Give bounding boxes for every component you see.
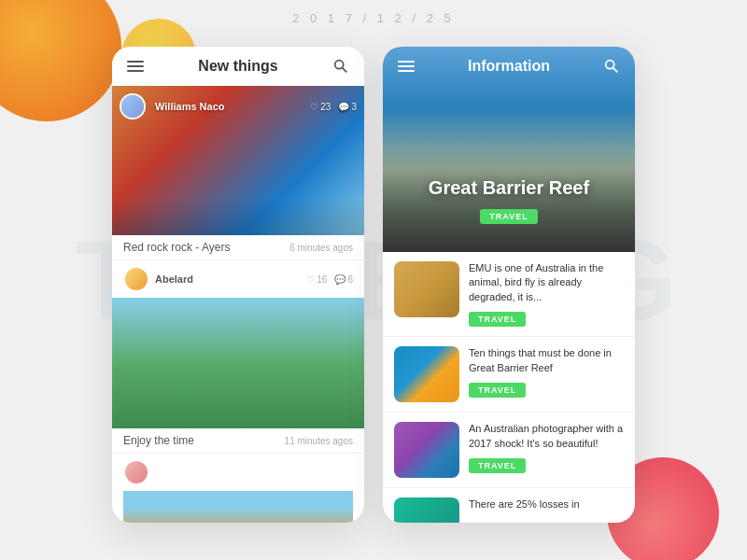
comments-1: 💬3 xyxy=(338,102,357,112)
likes-1: ♡23 xyxy=(310,102,331,112)
news-title-2: Ten things that must be done in Great Ba… xyxy=(469,346,624,375)
info-hamburger-button[interactable] xyxy=(398,61,415,72)
post-meta-top-1: Williams Naco ♡23 💬3 xyxy=(120,93,357,119)
bg-circle-orange xyxy=(0,0,121,121)
news-tag-2: TRAVEL xyxy=(469,383,526,398)
post-title-2: Enjoy the time xyxy=(123,434,194,447)
news-content-1: EMU is one of Australia in the animal, b… xyxy=(469,261,624,327)
svg-point-2 xyxy=(606,61,614,69)
hero-image: Information Great Barrier Reef TRAVEL xyxy=(383,47,635,252)
post-stats-2: ♡16 💬6 xyxy=(306,274,353,285)
post-footer-2: Enjoy the time 11 minutes agos xyxy=(112,428,364,454)
news-tag-3: TRAVEL xyxy=(469,458,526,473)
info-search-button[interactable] xyxy=(603,58,620,75)
news-item-3[interactable]: An Australian photographer with a 2017 s… xyxy=(383,413,635,488)
new-things-card: New things Williams Naco xyxy=(112,47,364,523)
avatar-2 xyxy=(123,266,149,292)
news-title-3: An Australian photographer with a 2017 s… xyxy=(469,422,624,451)
left-card-title: New things xyxy=(198,58,277,75)
comments-2: 💬6 xyxy=(334,274,353,285)
hamburger-menu-button[interactable] xyxy=(127,61,144,72)
post-title-1: Red rock rock - Ayers xyxy=(123,241,230,254)
user-row-2: Abelard ♡16 💬6 xyxy=(112,260,364,292)
avatar-1 xyxy=(120,93,146,119)
post-footer-1: Red rock rock - Ayers 6 minutes agos xyxy=(112,235,364,260)
likes-2: ♡16 xyxy=(306,274,327,285)
news-content-4: There are 25% losses in xyxy=(469,497,624,516)
svg-line-1 xyxy=(343,68,347,73)
left-card-header: New things xyxy=(112,47,364,86)
cards-container: New things Williams Naco xyxy=(112,47,635,523)
right-card-header: Information xyxy=(383,47,635,86)
news-tag-1: TRAVEL xyxy=(469,312,526,327)
news-thumb-1 xyxy=(394,261,459,317)
post-item-3[interactable] xyxy=(112,454,364,523)
svg-line-3 xyxy=(613,68,618,73)
user-name-2: Abelard xyxy=(155,273,193,285)
news-item-4[interactable]: There are 25% losses in xyxy=(383,488,635,523)
post-stats-1: ♡23 💬3 xyxy=(310,102,357,112)
information-card: Information Great Barrier Reef TRAVEL xyxy=(383,47,635,523)
hero-overlay: Great Barrier Reef TRAVEL xyxy=(383,177,635,224)
search-button[interactable] xyxy=(332,58,349,75)
news-thumb-2 xyxy=(394,346,459,402)
news-list: EMU is one of Australia in the animal, b… xyxy=(383,252,635,523)
user-name-1: Williams Naco xyxy=(155,101,224,112)
right-card-title: Information xyxy=(468,58,550,75)
post-item-2[interactable]: Abelard ♡16 💬6 Enjoy the time 11 minutes… xyxy=(112,260,364,454)
news-content-2: Ten things that must be done in Great Ba… xyxy=(469,346,624,398)
avatar-3 xyxy=(123,459,149,485)
user-row-3 xyxy=(123,459,353,485)
post-image-2 xyxy=(112,298,364,428)
news-item-1[interactable]: EMU is one of Australia in the animal, b… xyxy=(383,252,635,337)
post-item-1[interactable]: Williams Naco ♡23 💬3 Red rock rock - Aye… xyxy=(112,86,364,260)
news-thumb-4 xyxy=(394,497,459,523)
date-header: 2 0 1 7 / 1 2 / 2 5 xyxy=(292,11,455,25)
post-time-1: 6 minutes agos xyxy=(289,243,353,253)
post-image-3 xyxy=(123,491,353,523)
news-title-1: EMU is one of Australia in the animal, b… xyxy=(469,261,624,304)
svg-point-0 xyxy=(335,61,344,69)
news-thumb-3 xyxy=(394,422,459,478)
news-title-4: There are 25% losses in xyxy=(469,497,624,511)
news-item-2[interactable]: Ten things that must be done in Great Ba… xyxy=(383,337,635,413)
hero-title: Great Barrier Reef xyxy=(383,177,635,199)
post-time-2: 11 minutes agos xyxy=(285,436,353,446)
post-image-1: Williams Naco ♡23 💬3 xyxy=(112,86,364,235)
news-content-3: An Australian photographer with a 2017 s… xyxy=(469,422,624,473)
hero-tag: TRAVEL xyxy=(480,209,537,224)
